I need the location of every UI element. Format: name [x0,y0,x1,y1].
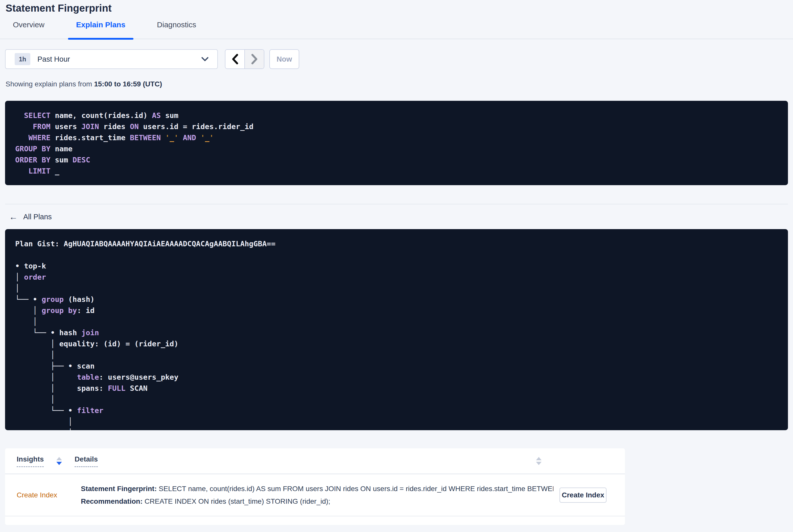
tab-overview[interactable]: Overview [13,20,44,39]
tab-bar: Overview Explain Plans Diagnostics [0,20,793,39]
insight-cell: Create Index [17,491,76,499]
all-plans-back-link[interactable]: ← All Plans [9,212,52,221]
column-header-details[interactable]: Details [75,455,98,467]
recommendation-text: CREATE INDEX ON rides (start_time) STORI… [143,497,330,505]
sql-statement-block: SELECT name, count(rides.id) AS sum FROM… [5,101,788,185]
sort-asc-icon [536,457,542,460]
chevron-right-icon [251,54,258,64]
statement-fingerprint-text: SELECT name, count(rides.id) AS sum FROM… [157,485,553,493]
time-toolbar: 1h Past Hour Now [5,49,793,69]
create-index-link[interactable]: Create Index [17,491,57,499]
previous-interval-button[interactable] [225,50,245,69]
sort-icon-details[interactable] [536,457,542,465]
recommendation-line: Recommendation: CREATE INDEX ON rides (s… [81,495,553,508]
summary-range: 15:00 to 16:59 (UTC) [94,80,162,88]
sort-desc-icon [56,462,62,465]
time-range-label: Past Hour [37,55,70,63]
recommendation-label: Recommendation: [81,497,143,505]
chevron-left-icon [231,54,239,64]
now-button[interactable]: Now [269,49,299,69]
tab-diagnostics[interactable]: Diagnostics [157,20,196,39]
time-range-badge: 1h [15,53,30,65]
summary-prefix: Showing explain plans from [5,80,94,88]
statement-fingerprint-line: Statement Fingerprint: SELECT name, coun… [81,482,553,495]
plan-gist-block: Plan Gist: AgHUAQIABQAAAAHYAQIAiAEAAAADC… [5,229,788,430]
statement-fingerprint-page: Statement Fingerprint Overview Explain P… [0,2,793,532]
time-range-select[interactable]: 1h Past Hour [5,49,218,69]
chevron-down-icon [201,56,209,62]
insights-table-header: Insights Details [5,449,625,474]
sort-asc-icon [56,457,62,460]
create-index-button[interactable]: Create Index [560,488,606,503]
section-divider [5,204,788,204]
arrow-left-icon: ← [9,212,18,221]
column-header-insights[interactable]: Insights [17,455,44,467]
table-row: Create Index Statement Fingerprint: SELE… [5,474,625,516]
time-range-summary: Showing explain plans from 15:00 to 16:5… [5,80,793,88]
page-title: Statement Fingerprint [5,2,793,14]
insights-table-card: Insights Details Create Index Statement … [5,449,625,525]
details-cell: Statement Fingerprint: SELECT name, coun… [81,482,553,508]
time-pager [225,49,264,69]
all-plans-label: All Plans [23,213,52,221]
next-interval-button[interactable] [245,50,264,69]
sort-icon-insights[interactable] [56,457,62,465]
sort-desc-icon [536,462,542,465]
tab-explain-plans[interactable]: Explain Plans [76,20,125,39]
statement-fingerprint-label: Statement Fingerprint: [81,485,157,493]
